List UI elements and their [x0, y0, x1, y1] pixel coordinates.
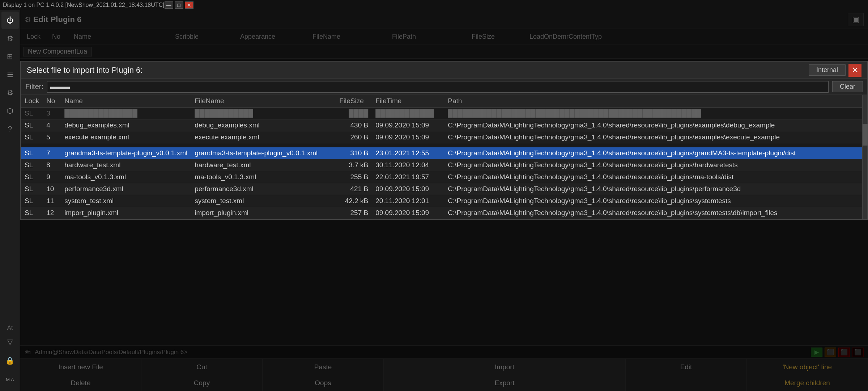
table-cell-lock: SL — [21, 119, 43, 131]
table-cell-filetime: 09.09.2020 15:09 — [372, 131, 444, 143]
table-cell-filesize: 255 B — [336, 171, 372, 183]
maximize-button[interactable]: □ — [175, 1, 183, 9]
table-cell-lock: SL — [21, 131, 43, 143]
sidebar-icon-sliders[interactable]: ☰ — [1, 66, 19, 83]
sidebar-icon-nodes[interactable]: ⬡ — [1, 102, 19, 119]
table-cell-filetime: 23.01.2021 12:55 — [372, 147, 444, 159]
table-cell-lock: SL — [21, 159, 43, 171]
app: ⏻ ⚙ ⊞ ☰ ⚙ ⬡ ? At ▽ 🔒 M A ⚙ Edit Plugin 6… — [0, 10, 868, 391]
titlebar: Display 1 on PC 1.4.0.2 [NewShow_2021.01… — [0, 0, 868, 10]
main-content: ⚙ Edit Plugin 6 ▣ Lock No Name Scribble … — [20, 10, 868, 391]
minimize-button[interactable]: — — [165, 1, 173, 9]
table-cell-lock: SL — [21, 108, 43, 119]
table-row[interactable]: SL10performance3d.xmlperformance3d.xml42… — [21, 183, 862, 195]
table-row[interactable]: SL9ma-tools_v0.1.3.xmlma-tools_v0.1.3.xm… — [21, 171, 862, 183]
clear-button[interactable]: Clear — [832, 81, 863, 92]
table-cell-path: C:\ProgramData\MALightingTechnology\gma3… — [444, 183, 862, 195]
sidebar-icon-question[interactable]: ? — [1, 120, 19, 138]
table-cell-no: 10 — [43, 183, 61, 195]
th-filetime: FileTime — [372, 95, 444, 108]
table-row[interactable]: SL12import_plugin.xmlimport_plugin.xml25… — [21, 207, 862, 219]
table-cell-path: C:\ProgramData\MALightingTechnology\gma3… — [444, 159, 862, 171]
sidebar-icon-lock[interactable]: 🔒 — [1, 352, 19, 369]
table-cell-filesize: 42.2 kB — [336, 195, 372, 207]
table-cell-path: C:\ProgramData\MALightingTechnology\gma3… — [444, 207, 862, 219]
table-cell-filesize: 430 B — [336, 119, 372, 131]
table-cell-no: 11 — [43, 195, 61, 207]
titlebar-controls[interactable]: — □ ✕ — [165, 1, 193, 9]
table-row[interactable]: SL8hardware_test.xmlhardware_test.xml3.7… — [21, 159, 862, 171]
table-row[interactable]: SL7grandma3-ts-template-plugin_v0.0.1.xm… — [21, 147, 862, 159]
internal-button[interactable]: Internal — [809, 64, 846, 76]
table-cell-no: 12 — [43, 207, 61, 219]
filter-bar: Filter: Clear — [21, 79, 867, 95]
table-cell-filetime: 09.09.2020 15:09 — [372, 183, 444, 195]
file-table-container[interactable]: Lock No Name FileName FileSize FileTime … — [21, 95, 862, 219]
modal-title: Select file to import into Plugin 6: — [27, 66, 809, 75]
table-cell-filename: execute example.xml — [191, 131, 336, 143]
modal-close-button[interactable]: ✕ — [848, 64, 861, 77]
table-cell-name: performance3d.xml — [61, 183, 191, 195]
table-cell-filename: ████████████ — [191, 108, 336, 119]
table-row[interactable]: SL4debug_examples.xmldebug_examples.xml4… — [21, 119, 862, 131]
table-cell-name: grandma3-ts-template-plugin_v0.0.1.xml — [61, 147, 191, 159]
table-cell-filetime: ████████████ — [372, 108, 444, 119]
sidebar-icon-filter[interactable]: ▽ — [1, 333, 19, 350]
table-cell-no: 4 — [43, 119, 61, 131]
table-cell-filename: debug_examples.xml — [191, 119, 336, 131]
table-cell-filetime: 09.09.2020 15:09 — [372, 119, 444, 131]
sidebar-icon-tools[interactable]: ⚙ — [1, 84, 19, 101]
table-cell-name: ma-tools_v0.1.3.xml — [61, 171, 191, 183]
table-row[interactable]: SL3█████████████████████████████████████… — [21, 108, 862, 119]
titlebar-title: Display 1 on PC 1.4.0.2 [NewShow_2021.01… — [3, 2, 165, 8]
table-cell-lock: SL — [21, 195, 43, 207]
sidebar-icon-power[interactable]: ⏻ — [1, 12, 19, 29]
sidebar-icon-gear[interactable]: ⚙ — [1, 30, 19, 47]
sidebar-icon-layers[interactable]: ⊞ — [1, 48, 19, 65]
table-row[interactable]: SL5execute example.xmlexecute example.xm… — [21, 131, 862, 143]
th-filesize: FileSize — [336, 95, 372, 108]
table-cell-filename: import_plugin.xml — [191, 207, 336, 219]
sidebar: ⏻ ⚙ ⊞ ☰ ⚙ ⬡ ? At ▽ 🔒 M A — [0, 10, 20, 391]
table-cell-filename: hardware_test.xml — [191, 159, 336, 171]
modal-table-wrapper: Lock No Name FileName FileSize FileTime … — [21, 95, 867, 219]
table-cell-no: 8 — [43, 159, 61, 171]
table-row[interactable]: SL11system_test.xmlsystem_test.xml42.2 k… — [21, 195, 862, 207]
table-cell-filetime: 09.09.2020 15:09 — [372, 207, 444, 219]
table-cell-path: C:\ProgramData\MALightingTechnology\gma3… — [444, 171, 862, 183]
table-cell-filename: ma-tools_v0.1.3.xml — [191, 171, 336, 183]
table-cell-filesize: ████ — [336, 108, 372, 119]
table-cell-no: 7 — [43, 147, 61, 159]
table-cell-path: C:\ProgramData\MALightingTechnology\gma3… — [444, 119, 862, 131]
modal-scrollbar[interactable] — [862, 95, 867, 219]
file-table: Lock No Name FileName FileSize FileTime … — [21, 95, 862, 219]
th-path: Path — [444, 95, 862, 108]
table-cell-path: C:\ProgramData\MALightingTechnology\gma3… — [444, 147, 862, 159]
table-cell-name: execute example.xml — [61, 131, 191, 143]
table-header-row: Lock No Name FileName FileSize FileTime … — [21, 95, 862, 108]
table-cell-name: import_plugin.xml — [61, 207, 191, 219]
table-cell-filetime: 22.01.2021 19:57 — [372, 171, 444, 183]
table-cell-filetime: 30.11.2020 12:04 — [372, 159, 444, 171]
th-filename: FileName — [191, 95, 336, 108]
th-lock: Lock — [21, 95, 43, 108]
filter-label: Filter: — [25, 83, 43, 91]
table-cell-filename: system_test.xml — [191, 195, 336, 207]
filter-input[interactable] — [47, 81, 829, 93]
table-cell-path: C:\ProgramData\MALightingTechnology\gma3… — [444, 131, 862, 143]
table-cell-path: ████████████████████████████████████████… — [444, 108, 862, 119]
table-cell-name: system_test.xml — [61, 195, 191, 207]
sidebar-bottom: At ▽ 🔒 M A — [1, 324, 19, 391]
table-cell-no: 9 — [43, 171, 61, 183]
th-name: Name — [61, 95, 191, 108]
modal-scrollbar-thumb[interactable] — [863, 124, 868, 146]
close-button[interactable]: ✕ — [185, 1, 193, 9]
table-cell-filesize: 257 B — [336, 207, 372, 219]
table-cell-name: ███████████████ — [61, 108, 191, 119]
modal-overlay: Select file to import into Plugin 6: Int… — [20, 10, 868, 391]
table-cell-lock: SL — [21, 171, 43, 183]
table-cell-no: 5 — [43, 131, 61, 143]
th-no: No — [43, 95, 61, 108]
modal-title-bar: Select file to import into Plugin 6: Int… — [21, 62, 867, 79]
sidebar-icon-ma[interactable]: M A — [1, 371, 19, 388]
